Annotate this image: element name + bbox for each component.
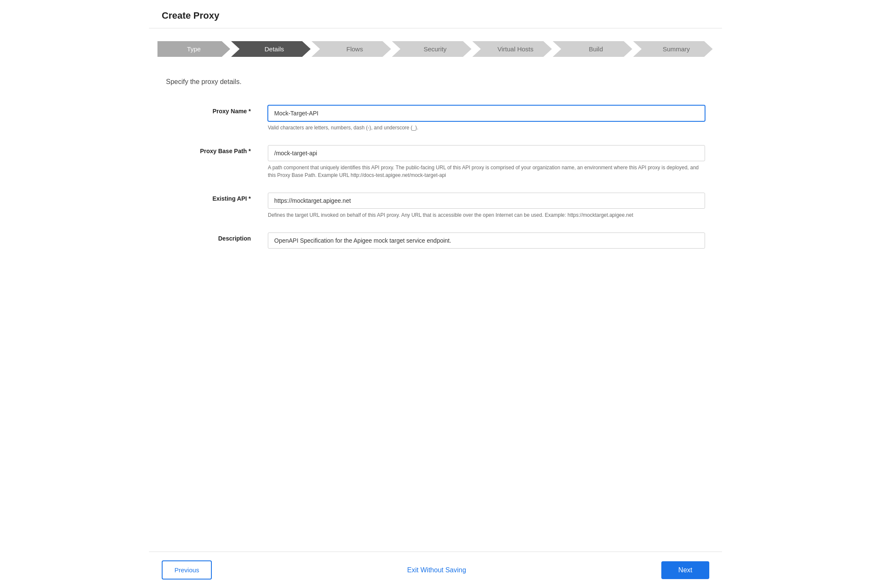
description-field-container [259,226,705,255]
description-input[interactable] [268,232,705,249]
proxy-name-label: Proxy Name * [166,98,259,138]
step-type[interactable]: Type [157,41,230,57]
proxy-name-hint: Valid characters are letters, numbers, d… [268,124,705,132]
proxy-base-path-hint: A path component that uniquely identifie… [268,164,705,179]
existing-api-field-container: Defines the target URL invoked on behalf… [259,186,705,226]
step-security[interactable]: Security [392,41,471,57]
previous-button[interactable]: Previous [162,560,212,580]
step-details[interactable]: Details [231,41,310,57]
page-title: Create Proxy [162,10,709,21]
proxy-name-input[interactable] [268,105,705,121]
step-flows[interactable]: Flows [312,41,391,57]
description-label: Description [166,226,259,255]
footer: Previous Exit Without Saving Next [149,552,722,588]
form-subtitle: Specify the proxy details. [166,78,705,86]
step-summary[interactable]: Summary [633,41,713,57]
proxy-base-path-input[interactable] [268,145,705,161]
proxy-name-field-container: Valid characters are letters, numbers, d… [259,98,705,138]
next-button[interactable]: Next [661,561,709,579]
step-virtual-hosts[interactable]: Virtual Hosts [472,41,552,57]
wizard-steps: Type Details Flows Security Virtual Host… [149,28,722,65]
step-build[interactable]: Build [553,41,632,57]
proxy-base-path-field-container: A path component that uniquely identifie… [259,138,705,186]
existing-api-hint: Defines the target URL invoked on behalf… [268,211,705,219]
form: Proxy Name * Valid characters are letter… [166,98,705,255]
existing-api-label: Existing API * [166,186,259,226]
existing-api-input[interactable] [268,193,705,209]
proxy-base-path-label: Proxy Base Path * [166,138,259,186]
exit-without-saving-button[interactable]: Exit Without Saving [407,566,466,574]
